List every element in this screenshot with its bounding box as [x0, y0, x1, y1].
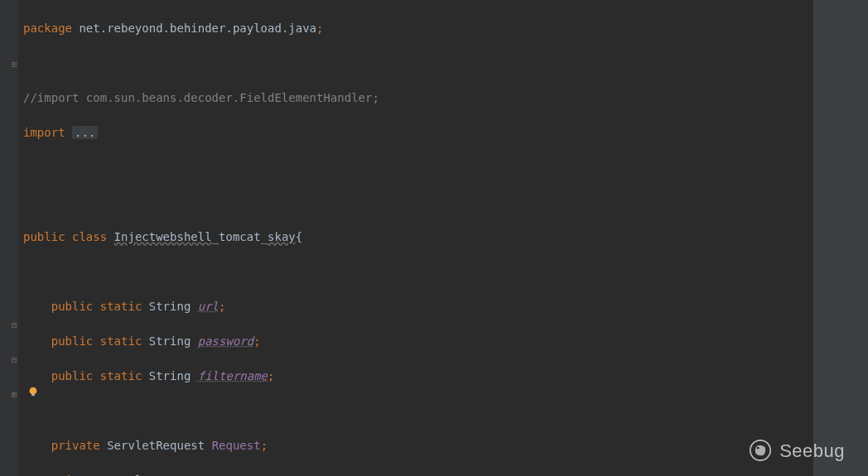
field-password: password [198, 334, 253, 348]
package-path: net.rebeyond.behinder.payload.java [72, 22, 316, 35]
keyword-class: class [72, 230, 107, 243]
brace-open: { [296, 230, 302, 243]
svg-rect-1 [31, 394, 35, 397]
field-filtername: filtername [198, 369, 268, 382]
class-name: _tomcat_ [212, 230, 268, 243]
import-collapsed[interactable]: ... [72, 126, 98, 139]
seebug-logo-icon [748, 438, 773, 463]
keyword-static: static [100, 334, 142, 348]
keyword-static: static [100, 300, 142, 313]
semicolon: ; [316, 22, 323, 35]
watermark: Seebug [748, 438, 845, 463]
intention-bulb-icon[interactable] [27, 385, 39, 397]
keyword-public: public [51, 334, 94, 348]
comment-line: //import com.sun.beans.decoder.FieldElem… [23, 91, 379, 104]
semicolon: ; [219, 300, 225, 313]
keyword-public: public [51, 300, 94, 313]
class-name: skay [268, 230, 296, 243]
keyword-public: public [23, 230, 65, 243]
semicolon: ; [261, 439, 268, 452]
keyword-package: package [23, 22, 72, 35]
type-string: String [149, 369, 191, 382]
type-string: String [149, 334, 191, 348]
gutter: ⊞ ⊟ ⊟ ⊞ [0, 0, 18, 476]
semicolon: ; [268, 369, 274, 382]
semicolon: ; [253, 334, 260, 348]
code-editor[interactable]: package net.rebeyond.behinder.payload.ja… [18, 0, 868, 476]
field-url: url [198, 300, 219, 313]
class-name: Injectwebshell [114, 230, 212, 243]
svg-point-3 [757, 447, 760, 450]
svg-point-0 [30, 387, 37, 395]
keyword-import: import [23, 126, 65, 139]
keyword-static: static [100, 369, 142, 382]
type-servletrequest: ServletRequest [107, 439, 205, 452]
type-string: String [149, 300, 191, 313]
keyword-private: private [51, 439, 100, 452]
watermark-text: Seebug [779, 442, 845, 459]
keyword-public: public [51, 369, 94, 382]
field-request: Request [212, 439, 261, 452]
